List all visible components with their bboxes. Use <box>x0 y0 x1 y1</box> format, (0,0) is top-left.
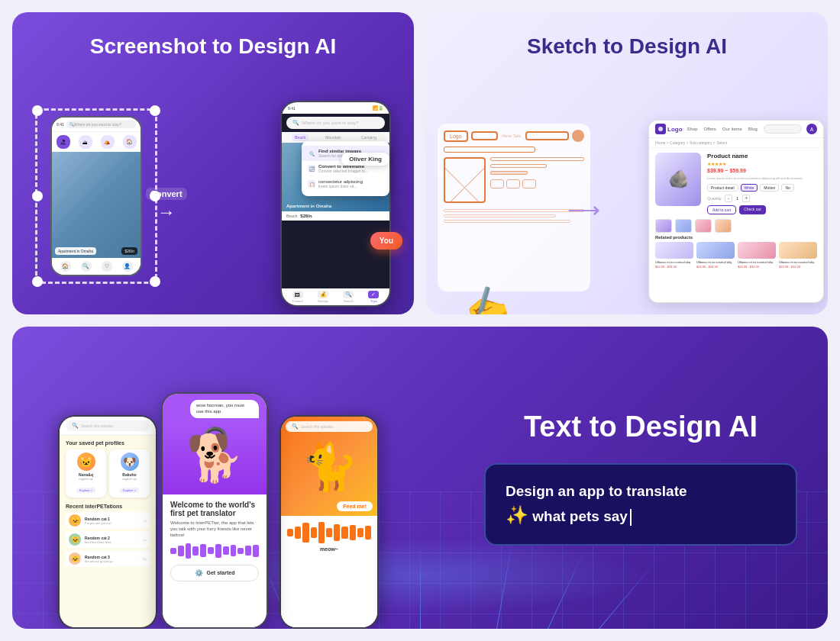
do-search-bar <box>764 124 802 134</box>
arrow-icon: → <box>157 201 176 223</box>
sketch-line-2 <box>490 164 547 168</box>
pp2-app-subtitle: Welcome to InterPETter, the app that let… <box>170 520 259 539</box>
do-thumb-4 <box>715 219 732 233</box>
do-breadcrumb: Home > Category > Sub category > Select <box>649 138 823 148</box>
do-thumb-1 <box>655 219 672 233</box>
pp1-recent-1: 🐱 Random cat 1 Put put me! put me! 1s <box>66 512 150 529</box>
text-design-area: Text to Design AI Design an app to trans… <box>469 327 828 629</box>
pp1-recent-title: Recent interPETations <box>66 504 150 509</box>
sketch-card-title: Sketch to Design AI <box>444 34 809 60</box>
ps-image-price: $26/n <box>121 247 137 255</box>
sketch-product-image <box>444 157 486 203</box>
pm-image-sub: Beach $26/n <box>282 211 389 221</box>
you-bubble: You <box>370 232 402 250</box>
pp2-dog-area: 🐕 🎧 <box>163 422 267 494</box>
context-menu: 🔍 Find similar images Search for related… <box>302 141 389 196</box>
pet-phone-1: 🔍 Search the species Your saved pet prof… <box>58 415 157 629</box>
sketch-search <box>525 131 569 140</box>
pp2-app-title: Welcome to the world'sfirst pet translat… <box>170 501 259 517</box>
pm-search-text: Where do you want to stay? <box>302 121 358 125</box>
pp1-pet-nana: 🐱 Nana&q ragdoll cat Explore > <box>66 449 106 498</box>
pm-btab-trips: ✓ Trips <box>368 291 379 303</box>
screenshot-card: Screenshot to Design AI 9:41 🔍 Where do … <box>12 12 414 314</box>
do-product-name: Product name <box>707 153 817 159</box>
sketch-breadcrumb <box>444 147 535 153</box>
ps-footer-fav: ♡ <box>102 261 112 272</box>
pp3-cat-image: 🔍 Search the species 🐈 Feed me! <box>281 417 377 516</box>
do-nav-offers: Offers <box>704 127 716 131</box>
convert-arrow: Convert → <box>146 188 187 223</box>
pm-tab-beach: Beach <box>292 134 309 141</box>
phone-small: 9:41 🔍 Where do you want to stay? 🏖 ⛰ ⛺ … <box>50 116 142 276</box>
convert-label: Convert <box>146 188 187 200</box>
pet-phones-area: 🔍 Search the species Your saved pet prof… <box>12 327 440 629</box>
text-design-title: Text to Design AI <box>484 410 797 445</box>
ps-nav-mountain: ⛰ <box>79 135 92 149</box>
design-output: Logo Shop Offers Our items Blog A Home >… <box>648 120 824 303</box>
ps-nav-beach: 🏖 <box>57 135 70 149</box>
pm-tab-mountain: Mountain <box>322 134 344 141</box>
pp1-recent-3: 🐱 Random cat 3 the pet put go pet go 3m <box>66 550 150 567</box>
svg-point-0 <box>658 127 663 131</box>
text-design-prompt: Design an app to translate ✨ what pets s… <box>506 482 776 527</box>
do-avatar: A <box>806 124 817 134</box>
pp2-waveform <box>170 543 259 559</box>
screenshot-card-title: Screenshot to Design AI <box>31 34 396 60</box>
pm-btab-created: 🖼 Created <box>292 291 303 303</box>
pp3-feed-btn[interactable]: Feed me! <box>337 501 373 511</box>
pet-phone-2: wow hooman, you must use this app 🐕 🎧 We… <box>161 392 268 629</box>
cursor-icon <box>630 509 632 526</box>
do-related-item-1: Ullamco et ex nostrud aliq $24.99 - $34.… <box>655 242 693 269</box>
sketch-search-btn <box>572 130 584 142</box>
do-checkout[interactable]: Check out <box>739 205 766 214</box>
sketch-line-1 <box>490 157 584 161</box>
text-design-card: 🔍 Search the species Your saved pet prof… <box>12 327 828 629</box>
do-related-item-3: Ullamco et ex nostrud aliq $24.99 - $34.… <box>738 242 776 269</box>
do-thumb-2 <box>675 219 692 233</box>
pp3-translation: meow~ <box>287 546 371 552</box>
do-product-stars: ★★★★★ <box>707 161 817 166</box>
do-related-title: Related products <box>649 233 823 242</box>
sketch-nav <box>471 131 498 140</box>
do-nav-shop: Shop <box>687 127 698 131</box>
sketch-option-1 <box>490 179 504 188</box>
context-menu-item-lorem: 📋 consectetur adpiscing lorem ipsum dolo… <box>302 176 389 192</box>
ps-footer-search: 🔍 <box>81 261 92 272</box>
do-nav-our-items: Our items <box>722 127 742 131</box>
do-qty-label: Quantity: <box>707 196 722 201</box>
pm-btab-search: 🔍 Search <box>343 291 354 303</box>
do-nav-blog: Blog <box>748 127 758 131</box>
sparkle-icon: ✨ <box>506 504 528 525</box>
ps-search-text: Where do you want to stay? <box>74 122 121 127</box>
do-add-to-cart[interactable]: Add to cart <box>707 205 736 214</box>
do-qty-plus[interactable]: + <box>742 195 750 202</box>
text-design-input-box[interactable]: Design an app to translate ✨ what pets s… <box>484 463 797 546</box>
pp1-recent-2: 🐱 Random cat 2 feed feed feed feed 1m <box>66 531 150 548</box>
ps-nav-home: 🏠 <box>123 135 137 149</box>
sketch-option-3 <box>522 179 536 188</box>
pp3-search-placeholder: Search the species <box>301 424 334 429</box>
sketch-line-price <box>490 171 528 175</box>
do-qty-minus[interactable]: - <box>725 195 732 202</box>
do-related-item-4: Ullamco et ex nostrud aliq $24.99 - $34.… <box>779 242 817 269</box>
sketch-logo: Logo <box>444 130 468 142</box>
ps-nav-camp: ⛺ <box>101 135 115 149</box>
sketch-arrow-icon: ⟶ <box>567 196 600 223</box>
sketch-option-2 <box>506 179 520 188</box>
do-related-item-2: Ullamco et ex nostrud aliq $24.99 - $34.… <box>696 242 735 269</box>
pp2-chat-bubble: wow hooman, you must use this app <box>190 400 259 418</box>
pp2-get-started-btn[interactable]: ⚙️ Get started <box>170 565 259 581</box>
pm-tab-camping: Camping <box>358 134 380 141</box>
pp1-pet-bakuho: 🐶 Bakuho ragdoll cat Explore > <box>109 449 150 498</box>
pp1-search-placeholder: Search the species <box>81 424 114 428</box>
do-qty-value: 1 <box>736 196 738 201</box>
do-product-price: $39.90 ~ $59.99 <box>707 168 817 173</box>
ps-image-label: Apartment in Omaha <box>55 247 96 255</box>
do-product-image: 🪨 <box>655 153 701 206</box>
do-option-white: White <box>741 184 758 192</box>
pp3-waveform <box>287 522 371 543</box>
do-option-detail: Product detail <box>707 184 738 192</box>
pm-btab-savings: 💰 Savings <box>318 291 328 303</box>
oliver-king-label: Oliver King <box>341 153 389 166</box>
phone-main: 9:41 📶🔋 🔍 Where do you want to stay? Bea… <box>280 101 391 307</box>
